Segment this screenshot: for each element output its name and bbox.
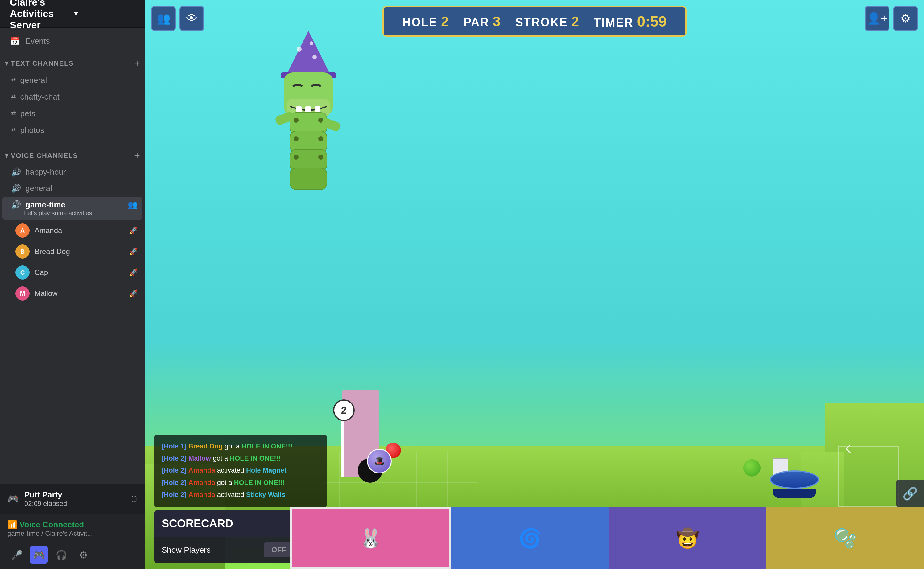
chat-hole-label: [Hole 2] <box>162 466 187 474</box>
svg-point-2 <box>297 47 302 52</box>
add-text-channel-button[interactable]: + <box>134 58 140 69</box>
chat-text: activated <box>217 466 246 474</box>
voice-channel-happy-hour-name: happy-hour <box>25 167 137 177</box>
events-section: 📅 Events <box>0 28 145 52</box>
chat-hole-label: [Hole 1] <box>162 442 187 450</box>
stream-icon-mallow: 🚀 <box>129 289 137 297</box>
player-thumb-1[interactable]: 🐰 <box>290 507 451 569</box>
voice-user-breaddog[interactable]: B Bread Dog 🚀 <box>3 241 142 262</box>
activity-indicator-icon: 👥 <box>128 200 137 210</box>
mic-button[interactable]: 🎤 <box>8 546 26 564</box>
svg-rect-13 <box>290 168 327 190</box>
username-mallow: Mallow <box>35 289 129 298</box>
chat-player-name: Amanda <box>188 479 215 486</box>
activity-button[interactable]: 🎮 <box>30 546 48 564</box>
hud-timer: TIMER 0:59 <box>594 13 666 30</box>
channel-general[interactable]: # general <box>3 72 142 88</box>
server-header[interactable]: Claire's Activities Server ▾ <box>0 0 145 28</box>
svg-point-16 <box>294 136 299 141</box>
hash-icon: # <box>11 92 16 102</box>
hud-par-value: 3 <box>493 14 500 29</box>
svg-point-17 <box>318 136 323 141</box>
hud-timer-value: 0:59 <box>637 13 666 30</box>
voice-connected-label: 📶 Voice Connected <box>8 520 137 529</box>
chat-message-4: [Hole 2] Amanda got a HOLE IN ONE!!! <box>162 477 320 488</box>
hole-number-marker: 2 <box>333 400 355 421</box>
chat-message-3: [Hole 2] Amanda activated Hole Magnet <box>162 465 320 476</box>
voice-user-amanda[interactable]: A Amanda 🚀 <box>3 221 142 241</box>
chat-hole-label: [Hole 2] <box>162 454 187 462</box>
player-token: 🎩 <box>367 449 392 473</box>
game-hud: HOLE 2 PAR 3 STROKE 2 TIMER 0:59 <box>145 0 924 43</box>
voice-channel-general-name: general <box>25 184 137 193</box>
svg-rect-9 <box>314 106 320 113</box>
svg-rect-8 <box>305 106 311 113</box>
voice-channel-general[interactable]: 🔊 general <box>3 181 142 196</box>
svg-point-19 <box>318 155 323 160</box>
svg-point-14 <box>294 118 299 123</box>
hash-icon: # <box>11 75 16 85</box>
server-dropdown-chevron: ▾ <box>74 9 135 18</box>
channel-photos[interactable]: # photos <box>3 122 142 138</box>
chat-message-2: [Hole 2] Mallow got a HOLE IN ONE!!! <box>162 453 320 464</box>
voice-channels-header[interactable]: ▾ VOICE CHANNELS + <box>0 144 145 164</box>
events-label: Events <box>25 37 50 46</box>
stream-icon-breaddog: 🚀 <box>129 248 137 256</box>
voice-channel-game-time[interactable]: 🔊 game-time 👥 Let's play some activities… <box>3 197 142 220</box>
bottom-bar: 🎮 Putt Party 02:09 elapsed ⬡ 📶 Voice Con… <box>0 484 145 569</box>
chat-message-5: [Hole 2] Amanda activated Sticky Walls <box>162 489 320 500</box>
chat-text: got a <box>224 442 241 450</box>
green-ball-object <box>743 459 761 476</box>
activity-name: Putt Party <box>24 490 130 500</box>
username-amanda: Amanda <box>35 226 129 235</box>
game-settings-button[interactable]: 🔗 <box>896 479 924 507</box>
headset-button[interactable]: 🎧 <box>52 546 70 564</box>
chat-special-text: HOLE IN ONE!!! <box>230 454 281 462</box>
username-cap: Cap <box>35 268 129 277</box>
chat-text: activated <box>217 491 246 498</box>
chat-special2-text: Hole Magnet <box>246 466 287 474</box>
hud-hole-value: 2 <box>441 14 448 29</box>
channel-pets[interactable]: # pets <box>3 105 142 122</box>
chat-message-1: [Hole 1] Bread Dog got a HOLE IN ONE!!! <box>162 441 320 452</box>
hud-hole: HOLE 2 <box>402 14 448 29</box>
stream-icon-cap: 🚀 <box>129 268 137 277</box>
add-voice-channel-button[interactable]: + <box>134 150 140 161</box>
text-channels-arrow: ▾ <box>5 59 8 67</box>
svg-rect-7 <box>296 106 302 113</box>
crocodile-character <box>250 25 367 197</box>
chat-player-name: Amanda <box>188 466 215 474</box>
activity-elapsed: 02:09 elapsed <box>24 500 130 508</box>
svg-point-4 <box>313 55 317 59</box>
player-avatar-2: 🌀 <box>509 517 552 560</box>
activity-game-icon: 🎮 <box>8 493 19 504</box>
activity-bar[interactable]: 🎮 Putt Party 02:09 elapsed ⬡ <box>0 484 145 514</box>
toggle-off-option[interactable]: OFF <box>264 543 294 557</box>
chat-player-name: Bread Dog <box>188 442 223 450</box>
player-thumb-3[interactable]: 🤠 <box>609 507 766 569</box>
events-icon: 📅 <box>10 37 20 46</box>
events-button[interactable]: 📅 Events <box>10 37 135 46</box>
text-channels-label: TEXT CHANNELS <box>11 59 134 67</box>
voice-channel-happy-hour[interactable]: 🔊 happy-hour <box>3 164 142 180</box>
speaker-icon: 🔊 <box>11 200 21 210</box>
channel-chatty-chat[interactable]: # chatty-chat <box>3 89 142 105</box>
server-name: Claire's Activities Server <box>10 0 71 31</box>
speaker-icon: 🔊 <box>11 167 21 177</box>
activity-popout-icon[interactable]: ⬡ <box>130 494 137 504</box>
voice-user-mallow[interactable]: M Mallow 🚀 <box>3 283 142 304</box>
speaker-icon: 🔊 <box>11 184 21 193</box>
sidebar: Claire's Activities Server ▾ 📅 Events ▾ … <box>0 0 145 569</box>
hud-stroke-value: 2 <box>572 14 579 29</box>
player-thumb-4[interactable]: 🫧 <box>766 507 924 569</box>
svg-point-18 <box>294 155 299 160</box>
show-players-label: Show Players <box>162 545 258 555</box>
avatar-cap: C <box>15 265 30 280</box>
settings-button[interactable]: ⚙ <box>74 546 93 564</box>
player-thumb-2[interactable]: 🌀 <box>451 507 609 569</box>
voice-user-cap[interactable]: C Cap 🚀 <box>3 262 142 283</box>
game-area[interactable]: 👥 👁 HOLE 2 PAR 3 STROKE 2 TIMER <box>145 0 924 569</box>
text-channels-header[interactable]: ▾ TEXT CHANNELS + <box>0 52 145 72</box>
activity-info: Putt Party 02:09 elapsed <box>24 490 130 508</box>
game-time-subtext: Let's play some activities! <box>11 210 137 217</box>
